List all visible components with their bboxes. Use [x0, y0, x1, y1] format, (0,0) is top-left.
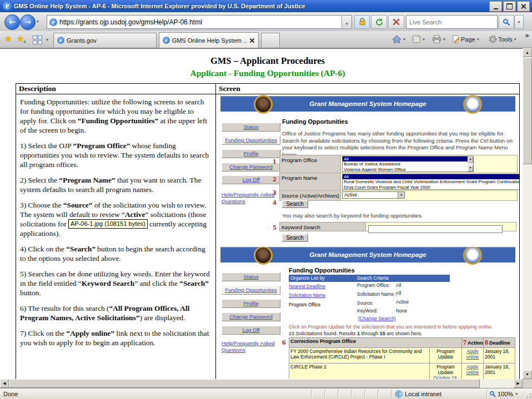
horizontal-scroll-thumb[interactable] [9, 379, 480, 388]
status-panel [311, 390, 324, 398]
gms-nav-profile[interactable]: Profile [222, 299, 280, 308]
close-button[interactable] [517, 1, 530, 12]
address-url[interactable]: https://grants.ojp.usdoj.gov/gmsHelp/AP-… [59, 18, 342, 26]
page-favicon: e [49, 18, 57, 26]
tools-menu-button[interactable]: Tools▼ [489, 35, 517, 43]
keyword-search-button[interactable]: Search [282, 234, 308, 242]
gms-search-form: Program Office All Bureau of Justice Ass… [279, 155, 518, 201]
maximize-button[interactable] [503, 1, 516, 12]
history-dropdown[interactable]: ▼ [36, 20, 39, 23]
gms-header-bar: Grant Management System Homepage [220, 96, 515, 112]
page-menu-button[interactable]: Page▼ [452, 35, 480, 43]
keyword-search-input[interactable] [368, 225, 503, 233]
tab-list-dropdown[interactable]: ▼ [46, 38, 49, 42]
gms-nav-status[interactable]: Status [222, 272, 280, 281]
search-options-dropdown[interactable]: ▼ [514, 15, 524, 29]
description-paragraph: Funding Opportunities: utilize the follo… [20, 97, 212, 135]
gms-screenshot-1: Grant Management System Homepage Status … [219, 96, 516, 244]
search-button[interactable]: Search [282, 200, 308, 208]
page-title: GMS – Applicant Procedures [16, 55, 520, 67]
step-number-1: 1 [273, 157, 277, 166]
scroll-up-button[interactable]: ▲ [523, 48, 532, 57]
live-search-input[interactable] [406, 16, 497, 28]
scroll-right-button[interactable]: ▶ [514, 379, 523, 388]
program-name-listbox[interactable]: All Rural Domestic Violence and Child Vi… [342, 174, 519, 190]
address-bar[interactable]: e https://grants.ojp.usdoj.gov/gmsHelp/A… [47, 15, 352, 29]
program-office-listbox[interactable]: All Bureau of Justice Assistance Violenc… [342, 156, 474, 172]
solicitation-name: FY 2000 Comprehensive Indian Resources f… [289, 348, 430, 363]
zoom-control[interactable]: 100% ▼ [486, 390, 525, 398]
organize-nearest-deadline-link[interactable]: Nearest Deadline [289, 284, 325, 289]
listbox-option-selected[interactable]: All [343, 174, 519, 179]
quick-tabs-icon[interactable] [32, 35, 43, 45]
apply-online-link[interactable]: Apply online [462, 363, 484, 380]
gms-nav-log-off[interactable]: Log Off [222, 175, 280, 184]
live-search-box[interactable] [406, 15, 498, 29]
forward-button[interactable]: → [20, 14, 36, 30]
back-button[interactable]: ← [4, 14, 20, 30]
tab-favicon: e [163, 37, 170, 44]
organize-solicitation-name-link[interactable]: Solicitation Name [289, 292, 325, 298]
source-select[interactable]: Active ▼ [342, 191, 405, 199]
tab-close-icon[interactable] [249, 38, 255, 43]
status-panel [351, 390, 364, 398]
vertical-scrollbar[interactable]: ▲ ▼ [523, 48, 532, 379]
gms-nav-funding-opportunities[interactable]: Funding Opportunities [222, 286, 280, 295]
refresh-button[interactable] [371, 15, 387, 29]
scroll-left-button[interactable]: ◀ [0, 379, 9, 388]
zoom-dropdown-icon[interactable]: ▼ [515, 392, 518, 396]
change-search-link[interactable]: [Change Search] [358, 316, 396, 321]
description-paragraph: 3) Choose the “Source” of the solicitati… [20, 200, 212, 238]
resize-grip[interactable] [525, 390, 532, 398]
print-button[interactable]: ▼ [432, 35, 446, 43]
home-button[interactable]: ▼ [392, 35, 406, 43]
status-panel [324, 390, 338, 398]
gms-help-link[interactable]: Help/Frequently Asked Questions [222, 340, 284, 353]
program-office-label: Program Office [280, 155, 341, 173]
tab-grants-gov[interactable]: e Grants.gov [53, 33, 157, 47]
favorites-star-icon[interactable]: ★ [4, 34, 12, 44]
minimize-icon [494, 8, 498, 9]
add-favorite-icon[interactable]: ★ [17, 34, 24, 44]
organize-program-office-text: Program Office [289, 302, 320, 307]
apply-online-link[interactable]: Apply online [462, 348, 484, 363]
tab-gms-help[interactable]: e GMS Online Help System ... [159, 32, 259, 48]
minimize-button[interactable] [489, 1, 502, 12]
group-header-corrections: Corrections Program Office [289, 338, 462, 348]
gms-nav-profile[interactable]: Profile [222, 149, 280, 158]
search-criteria-header: Search Criteria [357, 275, 389, 282]
gms-section-heading: Funding Opportunities [289, 267, 355, 274]
program-update-date-link[interactable]: October 19, 2000 [433, 375, 458, 379]
listbox-option[interactable]: Rural Domestic Violence and Child Victim… [343, 179, 519, 184]
horizontal-scrollbar[interactable]: ◀ ▶ [0, 379, 523, 388]
vertical-scroll-thumb[interactable] [523, 58, 532, 164]
toolbar-overflow-chevron[interactable]: » [525, 32, 529, 39]
stop-icon [393, 18, 400, 26]
solicitation-name: CIRCLE Phase 2 [289, 363, 430, 380]
gms-nav-funding-opportunities[interactable]: Funding Opportunities [222, 136, 280, 145]
feeds-button[interactable]: ▼ [412, 35, 425, 43]
page-subtitle: Applicant - Funding Opportunities (AP-6) [16, 68, 520, 78]
stop-button[interactable] [388, 15, 404, 29]
scroll-down-button[interactable]: ▼ [523, 370, 532, 379]
deadline-column-header: 8Deadline [484, 338, 515, 348]
new-tab-stub[interactable] [261, 33, 280, 47]
address-dropdown[interactable]: ▼ [342, 16, 352, 28]
program-update-warning: Click on Program Update for the solicita… [289, 324, 491, 330]
zoom-magnifier-icon [489, 391, 496, 397]
gms-nav-change-password[interactable]: Change Password [222, 312, 280, 321]
security-lock-button[interactable] [354, 15, 370, 29]
gms-nav-status[interactable]: Status [222, 123, 280, 132]
listbox-scrollbar[interactable]: ▲▼ [468, 156, 473, 171]
column-header-description: Description [16, 84, 216, 94]
listbox-option[interactable]: Bureau of Justice Assistance [343, 161, 468, 166]
listbox-option[interactable]: Violence Against Women Office [343, 167, 468, 171]
listbox-option-selected[interactable]: All [343, 156, 468, 161]
listbox-option[interactable]: Drug Court Grant Program Fiscal Year 200… [343, 185, 519, 189]
gms-nav-log-off[interactable]: Log Off [222, 326, 280, 335]
scroll-down-icon[interactable]: ▼ [468, 165, 473, 171]
search-go-button[interactable] [499, 15, 514, 29]
scroll-up-icon[interactable]: ▲ [468, 156, 473, 163]
gms-nav-change-password[interactable]: Change Password [222, 163, 280, 171]
select-dropdown-icon[interactable]: ▼ [398, 192, 404, 198]
